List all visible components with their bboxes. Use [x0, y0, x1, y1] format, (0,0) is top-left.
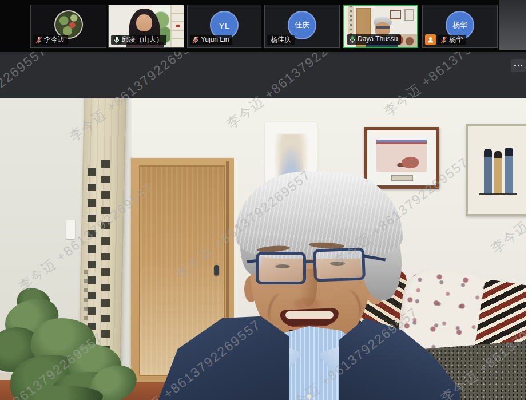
- participant-tile-qiu-ling[interactable]: 邱凌（山大）: [108, 5, 184, 48]
- microphone-muted-icon: [192, 36, 199, 44]
- microphone-on-icon: [113, 36, 120, 44]
- participant-name-badge: 杨华: [438, 35, 466, 45]
- participant-name-badge: 杨佳庆: [267, 35, 295, 45]
- participant-name: Yujun Lin: [201, 36, 229, 44]
- participant-name-badge: 李今迈: [33, 35, 68, 45]
- door-knob: [214, 265, 219, 275]
- speaker-glasses-lens: [313, 247, 366, 282]
- figure: [484, 149, 492, 193]
- stage-letterbox-bar: [0, 52, 526, 98]
- participant-name: 杨佳庆: [271, 36, 291, 44]
- filmstrip-end-panel: [499, 0, 526, 50]
- participant-tile-daya-thussu[interactable]: Daya Thussu: [343, 5, 418, 48]
- person-glasses: [376, 26, 390, 29]
- baseline: [479, 193, 517, 195]
- main-speaker-video: [0, 98, 526, 400]
- person-badge-icon: [425, 34, 436, 45]
- more-options-button[interactable]: [511, 59, 526, 72]
- light-switch: [66, 220, 75, 239]
- shelf-object: [176, 25, 180, 27]
- figure: [505, 148, 513, 193]
- speaker-glasses-lens: [256, 252, 306, 284]
- participant-tile-yang-jiaqing[interactable]: 佳庆 杨佳庆: [264, 5, 340, 48]
- meeting-window: 李今迈 邱凌（山大） YL Yujun Lin: [0, 0, 532, 400]
- participant-tile-yujun-lin[interactable]: YL Yujun Lin: [187, 5, 261, 48]
- participant-filmstrip: 李今迈 邱凌（山大） YL Yujun Lin: [0, 0, 526, 52]
- ellipsis-icon: [514, 65, 516, 66]
- participant-name: 李今迈: [44, 36, 65, 44]
- figure: [494, 151, 502, 193]
- painting-art: [376, 140, 427, 172]
- wall-picture-mini: [404, 9, 414, 21]
- framed-horse-painting: [364, 127, 439, 189]
- horse-figure: [402, 157, 419, 168]
- participant-name-badge: 邱凌（山大）: [111, 35, 166, 45]
- framed-egyptian-print: [466, 124, 526, 216]
- shirt-button: [307, 394, 312, 399]
- participant-name-badge: Yujun Lin: [190, 35, 232, 45]
- speaker-teeth: [285, 311, 334, 319]
- microphone-muted-icon: [35, 36, 42, 44]
- participant-name: 杨华: [449, 36, 463, 44]
- participant-name: 邱凌（山大）: [122, 36, 163, 44]
- frame-plaque: [391, 175, 413, 181]
- wall-picture-mini: [390, 10, 401, 19]
- person-face: [136, 14, 152, 31]
- speaker-glasses-bridge: [304, 260, 315, 263]
- microphone-muted-icon: [440, 36, 447, 44]
- microphone-active-icon: [349, 35, 356, 43]
- participant-tile-li-jinmai[interactable]: 李今迈: [30, 5, 106, 48]
- participant-tile-yang-hua[interactable]: 杨华 杨华: [422, 5, 498, 48]
- page-right-margin: [526, 0, 532, 400]
- participant-name: Daya Thussu: [358, 35, 398, 43]
- calligraphy-column: [101, 160, 110, 365]
- participant-name-badge: Daya Thussu: [347, 34, 401, 45]
